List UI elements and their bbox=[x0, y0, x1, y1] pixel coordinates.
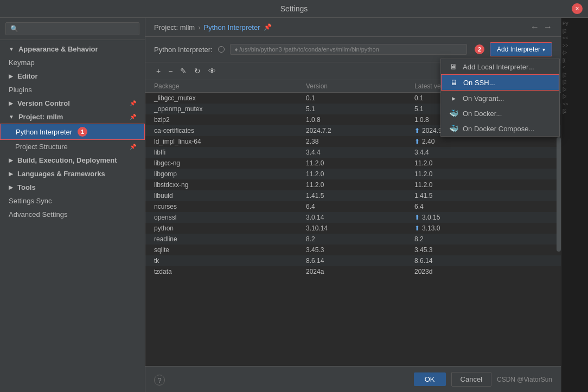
add-interpreter-dropdown: 🖥 Add Local Interpreter... 🖥 On SSH... ▸… bbox=[440, 59, 560, 137]
table-row[interactable]: libffi3.4.43.4.4 bbox=[145, 147, 561, 158]
table-row[interactable]: readline8.28.2 bbox=[145, 234, 561, 245]
table-row[interactable]: libgomp11.2.011.2.0 bbox=[145, 169, 561, 179]
bottom-bar: ? OK Cancel CSDN @ViatorSun bbox=[145, 366, 561, 392]
breadcrumb-page: Python Interpreter bbox=[203, 23, 260, 31]
search-input[interactable] bbox=[5, 22, 139, 35]
table-row[interactable]: libstdcxx-ng11.2.011.2.0 bbox=[145, 179, 561, 190]
sidebar-nav: ▼ Appearance & Behavior Keymap ▶ Editor … bbox=[0, 40, 145, 392]
arrow-icon: ▼ bbox=[9, 114, 14, 120]
ssh-icon: 🖥 bbox=[449, 78, 459, 87]
table-row[interactable]: libgcc-ng11.2.011.2.0 bbox=[145, 158, 561, 169]
edit-package-button[interactable]: ✎ bbox=[178, 66, 189, 76]
arrow-icon: ▶ bbox=[9, 100, 13, 106]
pin-icon: 📌 bbox=[130, 100, 136, 106]
interpreter-label: Python Interpreter: bbox=[154, 46, 213, 54]
on-vagrant-item[interactable]: ▸ On Vagrant... bbox=[441, 91, 559, 106]
dropdown-arrow-icon: ▾ bbox=[542, 47, 545, 53]
col-package: Package bbox=[154, 82, 306, 90]
sidebar-item-project-mllm[interactable]: ▼ Project: mllm 📌 bbox=[0, 110, 145, 124]
sidebar-item-python-interpreter[interactable]: Python Interpreter 1 bbox=[0, 124, 145, 140]
table-row[interactable]: tk8.6.148.6.14 bbox=[145, 255, 561, 266]
dialog-title: Settings bbox=[280, 4, 308, 13]
scrollbar[interactable] bbox=[557, 137, 561, 252]
search-area bbox=[0, 18, 145, 40]
pin-icon: 📌 bbox=[130, 114, 136, 120]
arrow-icon: ▶ bbox=[9, 171, 13, 177]
docker-compose-icon: 🐳 bbox=[449, 124, 458, 133]
table-row[interactable]: ncurses6.46.4 bbox=[145, 201, 561, 212]
refresh-button[interactable]: ↻ bbox=[192, 66, 203, 76]
nav-arrows: ← → bbox=[531, 22, 552, 32]
vagrant-icon: ▸ bbox=[449, 94, 458, 102]
on-ssh-item[interactable]: 🖥 On SSH... bbox=[441, 74, 559, 91]
add-interpreter-button[interactable]: Add Interpreter ▾ bbox=[490, 42, 552, 56]
title-bar: Settings × bbox=[0, 0, 588, 18]
interpreter-radio bbox=[218, 46, 225, 53]
sidebar-item-tools[interactable]: ▶ Tools bbox=[0, 181, 145, 194]
col-version: Version bbox=[306, 82, 414, 90]
ide-background: Py[2<<>>(>[(<[2[2[2[2>>[2 bbox=[561, 18, 588, 392]
watermark: CSDN @ViatorSun bbox=[497, 376, 552, 383]
close-button[interactable]: × bbox=[572, 3, 583, 14]
on-docker-item[interactable]: 🐳 On Docker... bbox=[441, 106, 559, 121]
forward-arrow[interactable]: → bbox=[544, 22, 552, 32]
remove-package-button[interactable]: − bbox=[166, 66, 175, 76]
sidebar-item-languages[interactable]: ▶ Languages & Frameworks bbox=[0, 167, 145, 181]
ok-button[interactable]: OK bbox=[414, 372, 446, 386]
arrow-icon: ▼ bbox=[9, 46, 14, 52]
interpreter-path[interactable]: ♦ /usr/bin/python3 /path/to/conda/envs/m… bbox=[230, 44, 467, 55]
computer-icon: 🖥 bbox=[449, 62, 458, 71]
back-arrow[interactable]: ← bbox=[531, 22, 539, 32]
table-row[interactable]: tzdata2024a2023d bbox=[145, 266, 561, 277]
breadcrumb-project: Project: mllm bbox=[154, 23, 195, 31]
arrow-icon: ▶ bbox=[9, 184, 13, 190]
sidebar-item-project-structure[interactable]: Project Structure 📌 bbox=[0, 140, 145, 153]
sidebar-item-settings-sync[interactable]: Settings Sync bbox=[0, 194, 145, 208]
add-package-button[interactable]: + bbox=[154, 66, 163, 76]
annotation-badge-2: 2 bbox=[475, 44, 484, 54]
sidebar-item-editor[interactable]: ▶ Editor bbox=[0, 69, 145, 83]
docker-icon: 🐳 bbox=[449, 109, 458, 118]
breadcrumb-separator: › bbox=[198, 23, 200, 31]
table-row[interactable]: sqlite3.45.33.45.3 bbox=[145, 245, 561, 255]
sidebar-item-version-control[interactable]: ▶ Version Control 📌 bbox=[0, 97, 145, 110]
help-icon[interactable]: ? bbox=[154, 375, 165, 385]
table-row[interactable]: ld_impl_linux-642.38⬆2.40 bbox=[145, 136, 561, 147]
table-row[interactable]: python3.10.14⬆3.13.0 bbox=[145, 223, 561, 234]
sidebar: ▼ Appearance & Behavior Keymap ▶ Editor … bbox=[0, 18, 145, 392]
annotation-badge-1: 1 bbox=[78, 127, 87, 137]
sidebar-item-keymap[interactable]: Keymap bbox=[0, 56, 145, 69]
on-docker-compose-item[interactable]: 🐳 On Docker Compose... bbox=[441, 121, 559, 136]
table-row[interactable]: openssl3.0.14⬆3.0.15 bbox=[145, 212, 561, 223]
breadcrumb: Project: mllm › Python Interpreter 📌 ← → bbox=[145, 18, 561, 37]
arrow-icon: ▶ bbox=[9, 157, 13, 163]
show-all-button[interactable]: 👁 bbox=[206, 66, 218, 76]
sidebar-item-advanced-settings[interactable]: Advanced Settings bbox=[0, 208, 145, 221]
sidebar-item-plugins[interactable]: Plugins bbox=[0, 83, 145, 97]
settings-dialog: Settings × ▼ Appearance & Behavior Keyma… bbox=[0, 0, 588, 392]
cancel-button[interactable]: Cancel bbox=[451, 372, 491, 387]
sidebar-item-appearance[interactable]: ▼ Appearance & Behavior bbox=[0, 42, 145, 56]
pin-icon: 📌 bbox=[130, 144, 136, 150]
arrow-icon: ▶ bbox=[9, 73, 13, 79]
add-local-interpreter-item[interactable]: 🖥 Add Local Interpreter... bbox=[441, 59, 559, 74]
sidebar-item-build[interactable]: ▶ Build, Execution, Deployment bbox=[0, 153, 145, 167]
table-row[interactable]: libuuid1.41.51.41.5 bbox=[145, 190, 561, 201]
pin-icon: 📌 bbox=[264, 23, 272, 31]
